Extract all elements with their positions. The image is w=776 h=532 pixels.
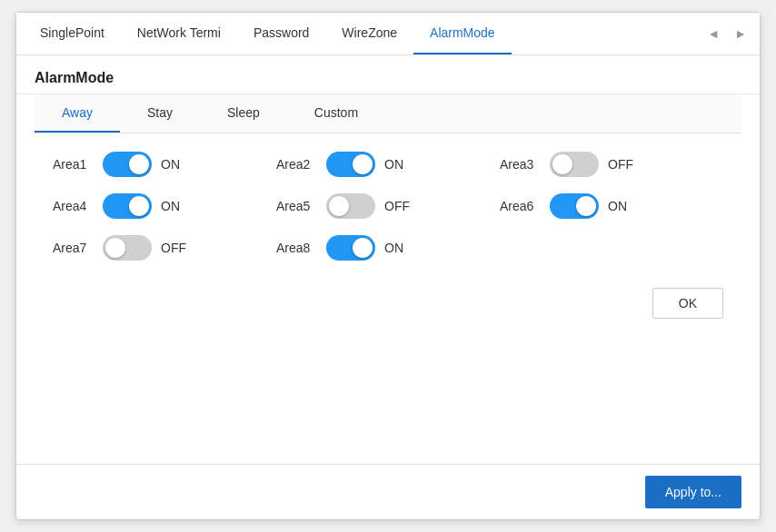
area-item-8: Area8 ON [276,235,500,261]
subtab-stay[interactable]: Stay [120,94,200,133]
subtab-sleep[interactable]: Sleep [200,94,287,133]
area6-label: Area6 [500,199,541,213]
area-item-6: Area6 ON [500,193,723,219]
area4-knob [129,196,149,216]
subtab-custom[interactable]: Custom [287,94,385,133]
tab-network-termi[interactable]: NetWork Termi [121,13,237,54]
area7-toggle[interactable] [103,235,152,261]
area6-toggle[interactable] [550,193,599,219]
top-nav: SinglePoint NetWork Termi Password WireZ… [16,13,760,55]
area3-status: OFF [608,157,635,172]
area1-label: Area1 [53,157,94,172]
area-item-7: Area7 OFF [53,235,276,261]
area-item-placeholder [500,235,723,261]
tab-alarmmode[interactable]: AlarmMode [413,13,512,54]
page-title: AlarmMode [16,55,760,94]
main-window: SinglePoint NetWork Termi Password WireZ… [15,12,761,520]
nav-arrows: ◄ ► [701,23,752,44]
tab-singlepoint[interactable]: SinglePoint [24,13,121,54]
area4-status: ON [161,199,188,213]
area8-label: Area8 [276,241,317,255]
area1-knob [129,154,149,174]
next-arrow-button[interactable]: ► [729,23,752,44]
area8-toggle[interactable] [326,235,375,261]
area5-knob [329,196,349,216]
footer: Apply to... [16,464,760,519]
prev-arrow-button[interactable]: ◄ [701,23,725,44]
area5-toggle[interactable] [326,193,375,219]
area-row-2: Area4 ON Area5 OFF Area6 [53,193,723,219]
area-item-5: Area5 OFF [276,193,500,219]
area-grid: Area1 ON Area2 ON Area3 [35,133,741,270]
area1-toggle[interactable] [103,152,152,177]
tab-wirezone[interactable]: WireZone [325,13,413,54]
tab-password[interactable]: Password [237,13,325,54]
area-item-4: Area4 ON [53,193,276,219]
area-row-1: Area1 ON Area2 ON Area3 [53,152,723,177]
apply-button[interactable]: Apply to... [645,476,741,508]
area3-label: Area3 [500,157,541,172]
area-row-3: Area7 OFF Area8 ON [53,235,723,261]
area2-label: Area2 [276,157,317,172]
area8-status: ON [384,241,412,255]
area1-status: ON [161,157,188,172]
area7-label: Area7 [53,241,94,255]
area-item-1: Area1 ON [53,152,276,177]
area-item-2: Area2 ON [276,152,500,177]
area-item-3: Area3 OFF [500,152,723,177]
area5-label: Area5 [276,199,317,213]
area6-status: ON [608,199,635,213]
area3-knob [552,154,572,174]
area4-label: Area4 [53,199,94,213]
area5-status: OFF [384,199,412,213]
area2-status: ON [384,157,412,172]
area3-toggle[interactable] [550,152,599,177]
area2-toggle[interactable] [326,152,375,177]
subtab-away[interactable]: Away [35,94,120,133]
area6-knob [576,196,596,216]
ok-row: OK [35,279,741,319]
area8-knob [353,238,373,258]
area7-status: OFF [161,241,188,255]
area2-knob [353,154,373,174]
area4-toggle[interactable] [103,193,152,219]
sub-tabs: Away Stay Sleep Custom [35,94,741,133]
area7-knob [105,238,125,258]
content-area: Away Stay Sleep Custom Area1 ON Area2 [16,94,760,464]
ok-button[interactable]: OK [652,288,723,319]
